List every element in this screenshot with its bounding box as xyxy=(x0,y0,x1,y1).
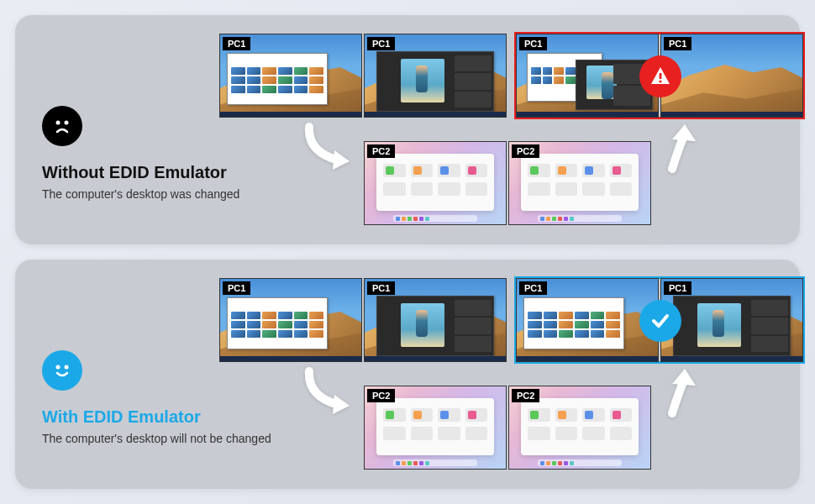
monitor-label: PC1 xyxy=(223,37,250,50)
monitor-label: PC2 xyxy=(367,389,395,402)
monitor-pc1-merged: PC1 xyxy=(516,34,659,118)
warning-icon xyxy=(639,55,681,97)
monitor-pc2: PC2 xyxy=(364,386,507,470)
arrow-down-icon xyxy=(301,123,360,176)
monitor-pc2: PC2 xyxy=(364,141,507,225)
monitor-pc1-editor: PC1 xyxy=(660,278,803,362)
monitor-label: PC1 xyxy=(367,281,395,295)
monitor-pc1-editor: PC1 xyxy=(364,34,507,118)
monitor-label: PC1 xyxy=(367,37,395,50)
svg-rect-2 xyxy=(660,73,662,79)
checkmark-icon xyxy=(639,300,681,342)
diagram-layout-top: PC1 PC1 PC1 PC1 xyxy=(15,15,800,244)
monitor-pc2: PC2 xyxy=(508,386,651,470)
monitor-label: PC1 xyxy=(519,281,547,295)
monitor-pc1-empty: PC1 xyxy=(660,34,803,118)
monitor-label: PC2 xyxy=(512,144,539,158)
monitor-label: PC1 xyxy=(223,281,250,295)
monitor-pc1-editor: PC1 xyxy=(364,278,507,362)
monitor-pc1-explorer: PC1 xyxy=(516,278,659,362)
panel-with-edid: With EDID Emulator The computer's deskto… xyxy=(15,260,800,489)
monitor-pc1-explorer: PC1 xyxy=(219,278,362,362)
diagram-layout-bottom: PC1 PC1 PC1 PC1 xyxy=(15,260,800,489)
monitor-label: PC2 xyxy=(512,389,539,402)
arrow-down-icon xyxy=(301,367,360,421)
arrow-up-icon xyxy=(662,367,704,421)
monitor-label: PC1 xyxy=(664,281,691,295)
monitor-pc2: PC2 xyxy=(508,141,651,225)
svg-point-3 xyxy=(659,80,661,82)
monitor-label: PC2 xyxy=(367,144,395,158)
monitor-label: PC1 xyxy=(664,37,691,50)
panel-without-edid: Without EDID Emulator The computer's des… xyxy=(15,15,800,244)
monitor-label: PC1 xyxy=(519,37,547,50)
monitor-pc1-explorer: PC1 xyxy=(219,34,362,118)
arrow-up-icon xyxy=(662,123,704,176)
